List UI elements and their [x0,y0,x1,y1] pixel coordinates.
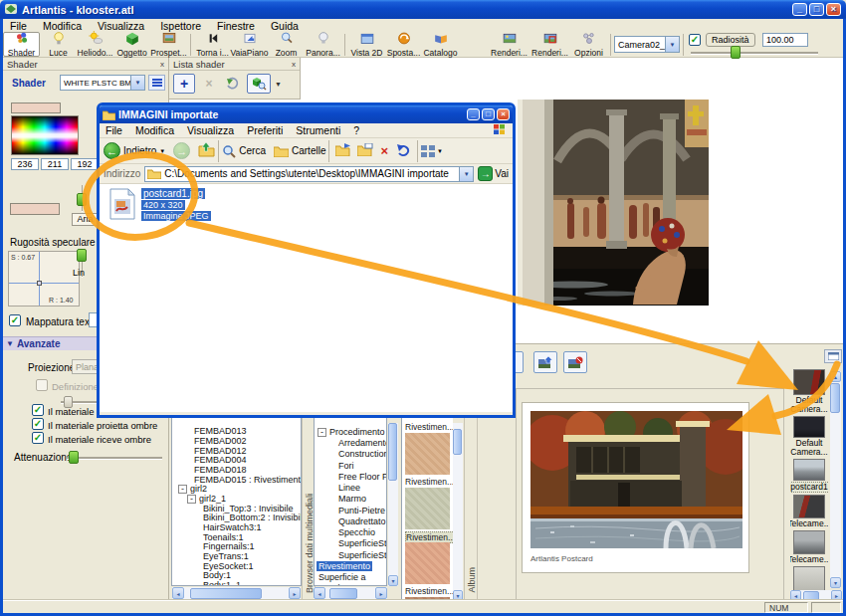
file-item[interactable] [107,188,137,222]
scroll-up-icon[interactable]: ▴ [830,371,841,382]
radiosity-checkbox[interactable]: ✓ [689,34,701,46]
tree-item[interactable]: FEMBAD015 : Rivestimento004 [194,475,302,485]
color-preview-swatch[interactable] [11,103,61,113]
tree-item[interactable]: SuperficieStd1 [338,538,387,548]
go-button[interactable]: → Vai [478,166,509,181]
thumbnail-item[interactable]: Telecame... [792,530,826,564]
views-button[interactable]: ▼ [421,145,443,157]
color-gradient-picker[interactable] [11,115,79,155]
graph-handle[interactable] [37,281,42,286]
tree-item[interactable]: Linee [338,483,360,493]
thumbnail-item[interactable]: Default Camera... [792,416,826,457]
texture-swatch[interactable] [405,433,450,475]
tree-item[interactable]: girl2_1 [199,494,226,504]
thumbnail-item[interactable]: Default Camera... [792,369,826,414]
tree-item[interactable]: Punti-Pietre [338,506,385,515]
rgb-g-field[interactable]: 211 [41,158,69,170]
scrollbar-thumb[interactable] [388,423,397,481]
menu-strumenti[interactable]: Strumenti [290,124,346,136]
scroll-left-icon[interactable]: ◂ [172,587,184,599]
tree-item[interactable]: Bikini_Bottom:2 : Invisibile [203,513,302,522]
tree-item[interactable]: Specchio [338,527,375,537]
maximize-button[interactable]: □ [482,108,495,120]
shader-tree-vscrollbar[interactable]: ▾ [388,423,398,586]
render-preview-button[interactable] [247,74,271,94]
undo-button[interactable] [396,143,410,158]
copy-to-button[interactable] [357,143,373,158]
menu-visualizza[interactable]: Visualizza [91,20,151,32]
radiosity-slider-thumb[interactable] [731,46,740,59]
texture-swatch[interactable] [405,488,450,529]
scrollbar-thumb[interactable] [190,588,262,599]
tool-torna-indietro[interactable]: Torna i... [194,32,231,57]
menu-ispettore[interactable]: Ispettore [153,20,208,32]
scrollbar-thumb[interactable] [329,588,357,599]
collapse-icon[interactable] [317,428,326,437]
tree-item[interactable]: FEMBAD018 [194,465,247,475]
scrollbar-thumb[interactable] [453,429,462,455]
texture-label[interactable]: Rivestimen... [405,586,453,596]
detach-album-button[interactable] [824,349,842,363]
tree-item[interactable]: SuperficieStd2 [338,550,387,560]
shader-name-select[interactable]: WHITE PLSTC BMP ▼ [60,75,145,91]
tree-item[interactable]: HairSwatch3:1 [203,522,262,532]
tool-catalogo[interactable]: Catalogo [422,32,459,57]
minimize-button[interactable]: _ [792,3,807,16]
thumbnail-item[interactable]: Telecame... [792,495,826,528]
tree-item[interactable]: Body:1_1 [203,580,241,586]
material-cast-shadows-checkbox[interactable]: ✓ [32,418,44,430]
album-vscrollbar[interactable]: ▴ ▾ [830,371,841,588]
tool-rendering-2[interactable]: Renderi... [529,32,570,57]
back-button[interactable]: ← Indietro ▼ [104,142,165,159]
objects-tree-hscrollbar[interactable]: ◂ ▸ [172,587,301,599]
shader-list-button[interactable] [148,75,165,91]
tool-heliodon[interactable]: Heliodo... [77,32,113,57]
tool-oggetto[interactable]: Oggetto [113,32,150,57]
add-shader-button[interactable]: + [173,74,195,94]
tree-item[interactable]: Superficie a [318,572,366,582]
maximize-button[interactable]: □ [809,3,824,16]
tree-item[interactable]: FEMBAD002 [194,436,247,446]
radiosity-button[interactable]: Radiosità [706,33,755,47]
tool-vista-2d[interactable]: Vista 2D [348,32,385,57]
thumbnail-item[interactable] [792,566,826,590]
material-visible-checkbox[interactable]: ✓ [32,404,44,416]
menu-preferiti[interactable]: Preferiti [241,124,289,136]
rgb-r-field[interactable]: 236 [11,158,39,170]
tool-opzioni[interactable]: Opzioni [570,32,607,57]
remove-image-button[interactable] [563,351,587,373]
aria-slider-thumb[interactable] [77,193,87,206]
add-image-button[interactable] [533,351,557,373]
collapse-icon[interactable] [178,485,187,494]
tool-panorama[interactable]: Panora... [305,32,341,57]
texture-label[interactable]: Rivestimen... [405,422,453,432]
postcard-frame[interactable]: Artlantis Postcard [522,402,749,573]
menu-guida[interactable]: Guida [264,20,306,32]
search-button[interactable]: Cerca [222,144,266,158]
tree-item[interactable]: Tegola [318,583,345,586]
tool-luce[interactable]: Luce [40,32,77,57]
import-shader-button[interactable] [223,75,243,93]
tree-item[interactable]: FEMBAD013 [194,426,247,436]
scroll-left-icon[interactable]: ◂ [314,587,325,599]
tree-item[interactable]: Body:1 [203,570,231,580]
album-thumbnail-list[interactable]: Default Camera... Default Camera... post… [790,369,828,590]
tree-item[interactable]: Fori [338,461,354,471]
menu-file[interactable]: File [3,20,34,32]
file-name[interactable]: postcard1.jpg [141,188,205,199]
attenuation-slider-track[interactable] [67,457,162,459]
scroll-right-icon[interactable]: ▸ [375,587,387,599]
tree-item[interactable]: girl2 [190,484,207,494]
scene-viewport[interactable] [518,100,709,306]
radiosity-value[interactable]: 100.00 [762,33,808,47]
scroll-down-icon[interactable]: ▾ [830,577,841,588]
scrollbar-thumb[interactable] [803,591,819,601]
tree-item[interactable]: FEMBAD004 [194,455,247,465]
scrollbar-thumb[interactable] [830,383,840,413]
close-icon[interactable]: x [292,60,296,69]
close-button[interactable]: × [826,3,841,16]
material-receive-shadows-checkbox[interactable]: ✓ [32,432,44,444]
texture-label[interactable]: Rivestimen... [405,477,453,487]
tree-item[interactable]: Quadrettato [338,516,386,526]
menu-finestre[interactable]: Finestre [210,20,262,32]
